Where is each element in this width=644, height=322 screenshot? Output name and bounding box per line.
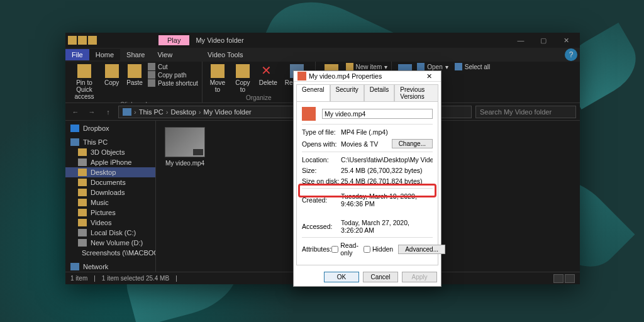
select-all-icon bbox=[455, 63, 462, 70]
pin-quick-access-button[interactable]: Pin to Quick access bbox=[69, 63, 99, 101]
nav-forward-button[interactable]: → bbox=[86, 108, 98, 116]
sidebar-item-label: Screenshots (\\MACBOOK... bbox=[82, 249, 156, 257]
item-count: 1 item bbox=[70, 275, 87, 282]
copy-button[interactable]: Copy bbox=[102, 63, 121, 87]
sidebar-item-label: Dropbox bbox=[83, 125, 109, 132]
sidebar-item-label: Documents bbox=[91, 179, 126, 186]
tab-share[interactable]: Share bbox=[120, 49, 151, 60]
advanced-button[interactable]: Advanced... bbox=[398, 245, 445, 254]
video-thumbnail bbox=[165, 127, 205, 157]
sidebar-item[interactable]: Desktop bbox=[65, 167, 155, 177]
drive-icon bbox=[78, 229, 87, 236]
window-title: My Video folder bbox=[196, 36, 243, 44]
folder-icon bbox=[78, 148, 87, 156]
ribbon-tabs: File Home Share View Video Tools ? bbox=[65, 48, 580, 62]
select-all-button[interactable]: Select all bbox=[455, 63, 491, 70]
file-type-icon bbox=[297, 72, 306, 80]
sidebar-item[interactable]: Screenshots (\\MACBOOK... bbox=[65, 248, 155, 258]
dialog-titlebar[interactable]: My video.mp4 Properties ✕ bbox=[294, 71, 441, 82]
sidebar-item[interactable]: Pictures bbox=[65, 208, 155, 218]
apply-button[interactable]: Apply bbox=[402, 272, 437, 282]
label-accessed: Accessed: bbox=[302, 223, 341, 230]
value-type: MP4 File (.mp4) bbox=[341, 128, 433, 136]
tab-general[interactable]: General bbox=[296, 84, 330, 101]
breadcrumb-seg[interactable]: This PC bbox=[139, 108, 164, 116]
cancel-button[interactable]: Cancel bbox=[363, 272, 398, 282]
hidden-checkbox[interactable]: Hidden bbox=[364, 245, 393, 253]
copy-path-icon bbox=[148, 71, 155, 79]
contextual-tab-play[interactable]: Play bbox=[158, 35, 189, 45]
search-input[interactable]: Search My Video folder bbox=[475, 106, 576, 118]
folder-icon bbox=[78, 179, 87, 186]
paste-button[interactable]: Paste bbox=[124, 63, 145, 87]
sidebar-item[interactable]: Apple iPhone bbox=[65, 157, 155, 167]
sidebar-item[interactable]: Local Disk (C:) bbox=[65, 228, 155, 238]
help-icon[interactable]: ? bbox=[565, 48, 577, 61]
selection-info: 1 item selected 25.4 MB bbox=[102, 275, 169, 282]
maximize-button[interactable]: ▢ bbox=[532, 33, 555, 48]
value-location: C:\Users\fatiw\Desktop\My Video folder bbox=[341, 156, 433, 164]
folder-icon bbox=[78, 189, 87, 196]
sidebar-item[interactable]: Videos bbox=[65, 218, 155, 228]
new-item-button[interactable]: New item ▾ bbox=[346, 63, 388, 70]
minimize-button[interactable]: — bbox=[509, 33, 532, 48]
sidebar-item[interactable]: 3D Objects bbox=[65, 147, 155, 157]
file-item[interactable]: My video.mp4 bbox=[162, 127, 208, 167]
copy-path-button[interactable]: Copy path bbox=[148, 71, 198, 79]
delete-button[interactable]: ✕Delete bbox=[257, 63, 280, 87]
ok-button[interactable]: OK bbox=[324, 272, 359, 282]
value-accessed: Today, March 27, 2020, 3:26:20 AM bbox=[341, 219, 433, 234]
move-icon bbox=[211, 64, 225, 78]
properties-dialog: My video.mp4 Properties ✕ General Securi… bbox=[293, 70, 441, 287]
tab-file[interactable]: File bbox=[65, 49, 89, 60]
sidebar-item[interactable]: Network bbox=[65, 262, 155, 272]
paste-icon bbox=[128, 64, 142, 78]
tab-home[interactable]: Home bbox=[89, 49, 120, 60]
nav-back-button[interactable]: ← bbox=[69, 108, 82, 116]
label-size: Size: bbox=[302, 167, 341, 174]
dialog-footer: OK Cancel Apply bbox=[294, 268, 441, 286]
breadcrumb-seg[interactable]: Desktop bbox=[170, 108, 196, 116]
nav-up-button[interactable]: ↑ bbox=[102, 108, 114, 116]
close-button[interactable]: ✕ bbox=[555, 33, 577, 48]
tab-previous-versions[interactable]: Previous Versions bbox=[394, 84, 438, 101]
breadcrumb-seg[interactable]: My Video folder bbox=[204, 108, 252, 116]
tab-view[interactable]: View bbox=[151, 49, 179, 60]
move-to-button[interactable]: Move to bbox=[206, 63, 229, 94]
dialog-body: Type of file:MP4 File (.mp4) Opens with:… bbox=[296, 101, 438, 265]
tab-security[interactable]: Security bbox=[330, 84, 364, 101]
value-opens-with: Movies & TV bbox=[341, 140, 378, 148]
filename-input[interactable] bbox=[322, 109, 433, 119]
sidebar-item-label: Downloads bbox=[91, 189, 125, 196]
sidebar-item[interactable]: This PC bbox=[65, 137, 155, 147]
tab-details[interactable]: Details bbox=[364, 84, 395, 101]
folder-icon bbox=[78, 219, 87, 226]
sidebar-item[interactable]: Documents bbox=[65, 177, 155, 187]
label-location: Location: bbox=[302, 156, 341, 164]
readonly-checkbox[interactable]: Read-only bbox=[331, 242, 358, 257]
sidebar-item-label: Network bbox=[83, 263, 108, 270]
drive-icon bbox=[78, 239, 87, 247]
copy-to-button[interactable]: Copy to bbox=[231, 63, 254, 94]
sidebar-item[interactable]: Downloads bbox=[65, 187, 155, 197]
view-large-button[interactable] bbox=[565, 274, 575, 283]
explorer-titlebar[interactable]: Play My Video folder — ▢ ✕ bbox=[65, 33, 580, 48]
tab-video-tools[interactable]: Video Tools bbox=[201, 49, 249, 60]
dialog-close-button[interactable]: ✕ bbox=[421, 72, 437, 80]
sidebar-item[interactable]: Dropbox bbox=[65, 123, 155, 133]
sidebar-item-label: Pictures bbox=[91, 209, 116, 216]
new-item-icon bbox=[346, 63, 353, 70]
sidebar-item[interactable]: Music bbox=[65, 197, 155, 208]
dialog-tabs: General Security Details Previous Versio… bbox=[294, 82, 441, 101]
copy-icon bbox=[105, 64, 119, 78]
cut-icon bbox=[148, 63, 155, 70]
copy-to-icon bbox=[236, 64, 250, 78]
sidebar-item[interactable]: New Volume (D:) bbox=[65, 238, 155, 248]
view-details-button[interactable] bbox=[553, 274, 564, 283]
paste-shortcut-button[interactable]: Paste shortcut bbox=[148, 79, 198, 87]
open-button[interactable]: Open ▾ bbox=[417, 63, 448, 70]
change-button[interactable]: Change... bbox=[392, 139, 433, 148]
cut-button[interactable]: Cut bbox=[148, 63, 198, 70]
file-label: My video.mp4 bbox=[162, 160, 208, 167]
sidebar-item-label: 3D Objects bbox=[91, 148, 125, 156]
